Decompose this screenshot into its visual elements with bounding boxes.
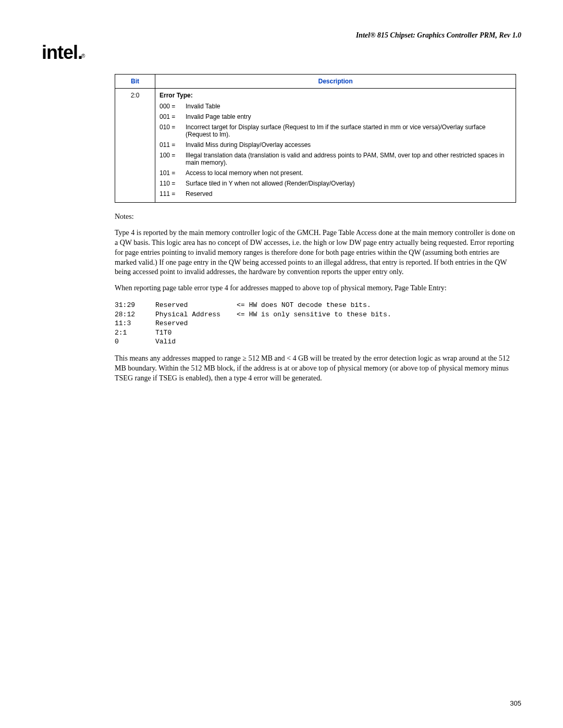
error-code: 001 = bbox=[160, 112, 186, 122]
page-number: 305 bbox=[510, 699, 521, 707]
error-code: 101 = bbox=[160, 168, 186, 178]
error-item: 110 = Surface tiled in Y when not allowe… bbox=[160, 178, 511, 189]
notes-heading: Notes: bbox=[115, 212, 516, 222]
error-text: Illegal translation data (translation is… bbox=[186, 150, 511, 168]
error-text: Invalid Page table entry bbox=[186, 112, 511, 122]
content-area: Bit Description 2:0 Error Type: 000 = In… bbox=[115, 74, 516, 384]
error-item: 111 = Reserved bbox=[160, 189, 511, 199]
error-item: 010 = Incorrect target for Display surfa… bbox=[160, 122, 511, 140]
notes-p1: Type 4 is reported by the main memory co… bbox=[115, 228, 516, 277]
notes-p3: This means any addresses mapped to range… bbox=[115, 354, 516, 384]
error-text: Incorrect target for Display surface (Re… bbox=[186, 122, 511, 140]
desc-cell: Error Type: 000 = Invalid Table 001 = In… bbox=[155, 89, 516, 203]
error-item: 011 = Invalid Miss during Display/Overla… bbox=[160, 140, 511, 150]
error-text: Invalid Table bbox=[186, 101, 511, 112]
bit-description-table: Bit Description 2:0 Error Type: 000 = In… bbox=[115, 74, 516, 203]
bit-cell: 2:0 bbox=[115, 89, 155, 203]
error-list: 000 = Invalid Table 001 = Invalid Page t… bbox=[160, 101, 511, 199]
logo-text: intel bbox=[42, 42, 78, 63]
table-header-row: Bit Description bbox=[115, 75, 516, 89]
error-type-label: Error Type: bbox=[160, 92, 511, 99]
notes-section: Notes: Type 4 is reported by the main me… bbox=[115, 212, 516, 384]
error-text: Invalid Miss during Display/Overlay acce… bbox=[186, 140, 511, 150]
table-row: 2:0 Error Type: 000 = Invalid Table 001 … bbox=[115, 89, 516, 203]
page: Intel® 815 Chipset: Graphics Controller … bbox=[0, 0, 563, 728]
error-item: 101 = Access to local memory when not pr… bbox=[160, 168, 511, 178]
intel-logo: intel.® bbox=[42, 42, 521, 64]
error-code: 010 = bbox=[160, 122, 186, 140]
logo-dot: . bbox=[78, 42, 82, 63]
error-item: 001 = Invalid Page table entry bbox=[160, 112, 511, 122]
error-text: Surface tiled in Y when not allowed (Ren… bbox=[186, 178, 511, 189]
error-code: 000 = bbox=[160, 101, 186, 112]
error-code: 111 = bbox=[160, 189, 186, 199]
error-code: 011 = bbox=[160, 140, 186, 150]
error-text: Access to local memory when not present. bbox=[186, 168, 511, 178]
col-header-bit: Bit bbox=[115, 75, 155, 89]
error-code: 110 = bbox=[160, 178, 186, 189]
notes-p2: When reporting page table error type 4 f… bbox=[115, 283, 516, 293]
error-text: Reserved bbox=[186, 189, 511, 199]
page-table-entry-block: 31:29 Reserved <= HW does NOT decode the… bbox=[115, 301, 516, 347]
error-code: 100 = bbox=[160, 150, 186, 168]
registered-icon: ® bbox=[81, 53, 84, 59]
error-item: 100 = Illegal translation data (translat… bbox=[160, 150, 511, 168]
error-item: 000 = Invalid Table bbox=[160, 101, 511, 112]
page-header: Intel® 815 Chipset: Graphics Controller … bbox=[42, 31, 521, 40]
header-title: Intel® 815 Chipset: Graphics Controller … bbox=[356, 31, 521, 39]
col-header-desc: Description bbox=[155, 75, 516, 89]
